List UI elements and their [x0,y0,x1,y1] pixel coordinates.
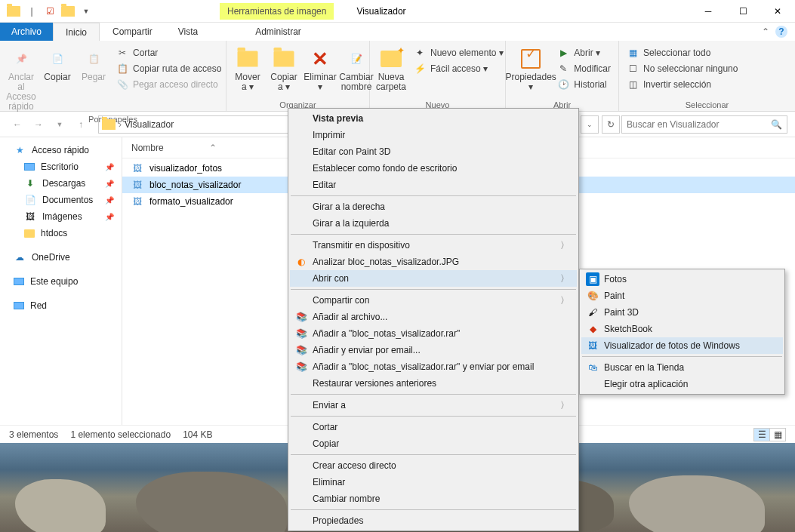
paste-shortcut-button[interactable]: 📎Pegar acceso directo [113,77,224,92]
refresh-button[interactable]: ↻ [602,115,620,134]
qat-folder-icon[interactable] [5,2,23,20]
search-box[interactable]: 🔍 [621,115,787,134]
qat-properties-icon[interactable]: ☑ [41,2,59,20]
edit-button[interactable]: ✎Modificar [554,61,614,76]
sidebar-item-htdocs[interactable]: htdocs [0,225,122,241]
sidebar-item-network[interactable]: Red [0,297,122,314]
image-file-icon: 🖼 [131,162,143,174]
submenu-paint[interactable]: 🎨Paint [581,288,783,304]
winrar-icon: 📚 [294,310,308,324]
menu-send-to[interactable]: Enviar a〉 [290,397,577,414]
sketchbook-app-icon: ◆ [586,322,599,336]
tab-home[interactable]: Inicio [53,23,100,41]
close-button[interactable]: ✕ [760,0,795,23]
submenu-windows-photo-viewer[interactable]: 🖼Visualizador de fotos de Windows [581,337,783,354]
copy-path-button[interactable]: 📋Copiar ruta de acceso [113,61,224,76]
sidebar-item-onedrive[interactable]: ☁OneDrive [0,249,122,266]
menu-rotate-left[interactable]: Girar a la izquierda [290,215,577,232]
recent-dropdown[interactable]: ▼ [50,115,69,134]
sidebar-item-thispc[interactable]: Este equipo [0,273,122,290]
winrar-icon: 📚 [294,327,308,340]
menu-add-rar-email[interactable]: 📚Añadir a "bloc_notas_visalizador.rar" y… [290,358,577,375]
status-count: 3 elementos [9,429,58,440]
qat-divider: | [23,2,41,20]
sidebar-item-pictures[interactable]: 🖼Imágenes📌 [0,208,122,225]
properties-button[interactable]: Propiedades ▾ [510,45,551,94]
menu-cast[interactable]: Transmitir en dispositivo〉 [290,237,577,254]
title-bar: | ☑ ▼ Herramientas de imagen Visualizado… [0,0,795,23]
paste-button[interactable]: 📋Pegar [77,45,110,84]
column-name-header[interactable]: Nombre⌃ [131,143,267,153]
up-button[interactable]: ↑ [71,115,91,134]
menu-create-shortcut[interactable]: Crear acceso directo [290,457,577,474]
pin-button[interactable]: 📌Anclar al Acceso rápido [5,45,38,113]
window-title: Visualizador [356,6,405,17]
menu-copy[interactable]: Copiar [290,435,577,452]
move-to-button[interactable]: Mover a ▾ [231,45,264,94]
menu-restore-versions[interactable]: Restaurar versiones anteriores [290,375,577,392]
chevron-right-icon: 〉 [560,239,569,252]
menu-properties[interactable]: Propiedades [290,512,577,529]
menu-add-email[interactable]: 📚Añadir y enviar por email... [290,342,577,358]
submenu-store[interactable]: 🛍Buscar en la Tienda [581,359,783,376]
tab-share[interactable]: Compartir [100,23,165,41]
help-icon[interactable]: ? [775,26,787,38]
menu-add-rar[interactable]: 📚Añadir a "bloc_notas_visalizador.rar" [290,325,577,342]
breadcrumb-segment[interactable]: Visualizador [125,119,174,130]
submenu-choose-app[interactable]: Elegir otra aplicación [581,376,783,392]
select-none-button[interactable]: ☐No seleccionar ninguno [624,61,741,76]
menu-cut[interactable]: Cortar [290,419,577,435]
cut-button[interactable]: ✂Cortar [113,45,224,60]
maximize-button[interactable]: ☐ [726,0,760,23]
menu-delete[interactable]: Eliminar [290,474,577,490]
qat-folder2-icon[interactable] [59,2,77,20]
store-icon: 🛍 [586,361,599,374]
forward-button[interactable]: → [29,115,48,134]
sidebar-item-desktop[interactable]: Escritorio📌 [0,158,122,175]
copy-button[interactable]: 📄Copiar [41,45,74,84]
sidebar-item-quick-access[interactable]: ★Acceso rápido [0,142,122,158]
view-details-button[interactable]: ☰ [753,428,770,441]
menu-avast-scan[interactable]: ◐Analizar bloc_notas_visalizador.JPG [290,254,577,270]
menu-print[interactable]: Imprimir [290,127,577,143]
submenu-photos[interactable]: ▣Fotos [581,271,783,288]
easy-access-button[interactable]: ⚡Fácil acceso ▾ [411,61,507,76]
new-item-button[interactable]: ✦Nuevo elemento ▾ [411,45,507,60]
select-all-button[interactable]: ▦Seleccionar todo [624,45,741,60]
view-icons-button[interactable]: ▦ [769,428,786,441]
menu-add-archive[interactable]: 📚Añadir al archivo... [290,309,577,325]
tab-file[interactable]: Archivo [0,23,53,41]
delete-button[interactable]: ✕Eliminar ▾ [304,45,337,94]
chevron-right-icon: 〉 [560,399,569,412]
history-button[interactable]: 🕑Historial [554,77,614,92]
wpv-app-icon: 🖼 [586,339,599,352]
context-tab-label: Herramientas de imagen [220,3,334,20]
sidebar-item-documents[interactable]: 📄Documentos📌 [0,192,122,208]
menu-open-with[interactable]: Abrir con〉 [290,270,577,287]
menu-edit[interactable]: Editar [290,177,577,193]
search-icon[interactable]: 🔍 [771,119,782,130]
invert-selection-button[interactable]: ◫Invertir selección [624,77,741,92]
menu-rotate-right[interactable]: Girar a la derecha [290,198,577,215]
menu-preview[interactable]: Vista previa [290,110,577,127]
minimize-button[interactable]: ─ [691,0,726,23]
search-input[interactable] [627,119,771,130]
ribbon-collapse-icon[interactable]: ⌃ [762,26,769,37]
back-button[interactable]: ← [8,115,27,134]
sidebar-item-downloads[interactable]: ⬇Descargas📌 [0,175,122,192]
menu-wallpaper[interactable]: Establecer como fondo de escritorio [290,160,577,177]
winrar-icon: 📚 [294,360,308,374]
qat-dropdown-icon[interactable]: ▼ [77,2,95,20]
tab-manage[interactable]: Administrar [242,23,314,41]
menu-share-with[interactable]: Compartir con〉 [290,292,577,309]
address-dropdown[interactable]: ⌄ [581,115,599,134]
menu-paint3d[interactable]: Editar con Paint 3D [290,143,577,160]
submenu-paint3d[interactable]: 🖌Paint 3D [581,304,783,321]
tab-view[interactable]: Vista [165,23,211,41]
open-button[interactable]: ▶Abrir ▾ [554,45,614,60]
rename-button[interactable]: 📝Cambiar nombre [340,45,373,94]
new-folder-button[interactable]: Nueva carpeta [374,45,408,94]
menu-rename[interactable]: Cambiar nombre [290,490,577,507]
copy-to-button[interactable]: Copiar a ▾ [267,45,300,94]
submenu-sketchbook[interactable]: ◆SketchBook [581,321,783,337]
